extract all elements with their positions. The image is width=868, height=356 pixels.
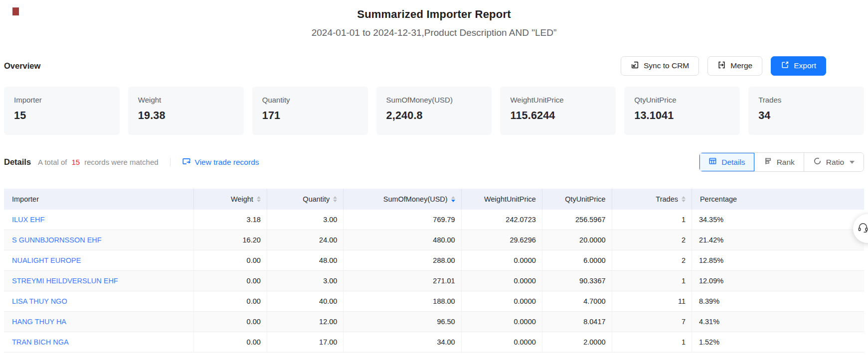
table-row: S GUNNBJORNSSON EHF16.2024.00480.0029.62…	[4, 230, 864, 250]
table-header-row: Importer Weight Quantity SumOfMoney(USD)…	[4, 189, 864, 210]
sync-to-crm-icon	[631, 61, 639, 71]
export-label: Export	[794, 61, 816, 70]
column-label: Quantity	[303, 195, 330, 203]
column-header-weightunitprice: WeightUnitPrice	[462, 189, 542, 210]
overview-stat-cards: Importer 15 Weight 19.38 Quantity 171 Su…	[4, 87, 864, 135]
table-row: HANG THUY HA0.0012.0096.500.00008.041774…	[4, 312, 864, 332]
stat-card-weightunitprice: WeightUnitPrice 115.6244	[500, 87, 616, 135]
table-cell: 90.3367	[542, 271, 612, 291]
details-heading: Details	[4, 157, 31, 167]
importer-link[interactable]: LISA THUY NGO	[12, 297, 67, 305]
stat-card-importer: Importer 15	[4, 87, 120, 135]
table-cell: 34.00	[344, 332, 461, 352]
column-label: Importer	[12, 195, 39, 203]
stat-value: 19.38	[138, 110, 234, 122]
stat-label: Trades	[758, 96, 854, 104]
table-cell: 188.00	[344, 291, 461, 311]
sort-icon-active-desc[interactable]	[451, 196, 455, 202]
table-cell: 34.35%	[692, 210, 864, 230]
view-trade-records-link[interactable]: View trade records	[182, 157, 259, 168]
view-trade-records-label: View trade records	[195, 158, 259, 167]
column-label: Weight	[231, 195, 253, 203]
view-trade-records-icon	[182, 157, 191, 168]
importer-link[interactable]: STREYMI HEILDVERSLUN EHF	[12, 277, 118, 285]
importer-cell: LISA THUY NGO	[4, 291, 194, 311]
importer-cell: S GUNNBJORNSSON EHF	[4, 230, 194, 250]
importer-cell: HANG THUY HA	[4, 312, 194, 332]
importer-link[interactable]: ILUX EHF	[12, 216, 44, 224]
column-label: Trades	[656, 195, 678, 203]
table-cell: 256.5967	[542, 210, 612, 230]
table-cell: 12.09%	[692, 271, 864, 291]
merge-button[interactable]: Merge	[707, 56, 762, 76]
export-icon	[781, 61, 789, 71]
table-cell: 21.42%	[692, 230, 864, 250]
table-cell: 17.00	[267, 332, 344, 352]
table-cell: 3.18	[194, 210, 267, 230]
tab-ratio[interactable]: Ratio	[804, 153, 864, 171]
importer-link[interactable]: S GUNNBJORNSSON EHF	[12, 236, 102, 244]
table-grid-icon	[708, 157, 717, 167]
column-header-percentage: Percentage	[692, 189, 864, 210]
table-cell: 3.00	[267, 271, 344, 291]
column-header-quantity[interactable]: Quantity	[267, 189, 344, 210]
table-cell: 0.0000	[462, 291, 542, 311]
stat-value: 15	[14, 110, 110, 122]
table-cell: 288.00	[344, 250, 461, 270]
importer-link[interactable]: TRAN BICH NGA	[12, 338, 69, 346]
table-cell: 1	[612, 210, 692, 230]
table-cell: 480.00	[344, 230, 461, 250]
merge-label: Merge	[730, 61, 752, 70]
headset-icon	[857, 222, 868, 236]
table-row: STREYMI HEILDVERSLUN EHF0.003.00271.010.…	[4, 271, 864, 291]
stat-card-trades: Trades 34	[748, 87, 864, 135]
corner-red-badge	[12, 7, 19, 15]
sort-icon[interactable]	[333, 196, 337, 202]
table-cell: 24.00	[267, 230, 344, 250]
sync-to-crm-button[interactable]: Sync to CRM	[621, 56, 699, 76]
table-cell: 242.0723	[462, 210, 542, 230]
importer-link[interactable]: NUALIGHT EUROPE	[12, 256, 81, 264]
table-cell: 40.00	[267, 291, 344, 311]
tab-details[interactable]: Details	[699, 153, 754, 171]
table-cell: 0.0000	[462, 332, 542, 352]
export-button[interactable]: Export	[771, 56, 826, 76]
table-cell: 0.00	[194, 250, 267, 270]
page-subtitle: 2024-01-01 to 2024-12-31,Product Descrip…	[0, 27, 868, 38]
stat-value: 2,240.8	[386, 110, 482, 122]
column-header-trades[interactable]: Trades	[612, 189, 692, 210]
column-header-weight[interactable]: Weight	[194, 189, 267, 210]
stat-label: QtyUnitPrice	[634, 96, 730, 104]
stat-card-qtyunitprice: QtyUnitPrice 13.1041	[624, 87, 740, 135]
page-title: Summarized Importer Report	[0, 8, 868, 21]
stat-label: WeightUnitPrice	[510, 96, 606, 104]
stat-card-quantity: Quantity 171	[252, 87, 368, 135]
table-cell: 12.00	[267, 312, 344, 332]
sort-icon[interactable]	[257, 196, 261, 202]
importer-cell: STREYMI HEILDVERSLUN EHF	[4, 271, 194, 291]
column-header-importer: Importer	[4, 189, 194, 210]
table-cell: 7	[612, 312, 692, 332]
table-cell: 0.00	[194, 291, 267, 311]
table-cell: 1	[612, 271, 692, 291]
importer-cell: TRAN BICH NGA	[4, 332, 194, 352]
table-cell: 6.0000	[542, 250, 612, 270]
importer-link[interactable]: HANG THUY HA	[12, 318, 66, 326]
stat-value: 171	[262, 110, 358, 122]
column-header-sumofmoney[interactable]: SumOfMoney(USD)	[344, 189, 461, 210]
sort-icon[interactable]	[682, 196, 686, 202]
toolbar-actions: Sync to CRM Merge Export	[621, 56, 826, 76]
tab-rank[interactable]: Rank	[754, 153, 804, 171]
table-cell: 4.31%	[692, 312, 864, 332]
table-row: LISA THUY NGO0.0040.00188.000.00004.7000…	[4, 291, 864, 312]
table-row: ILUX EHF3.183.00769.79242.0723256.596713…	[4, 210, 864, 230]
merge-icon	[717, 61, 726, 71]
table-cell: 29.6296	[462, 230, 542, 250]
table-cell: 12.85%	[692, 250, 864, 270]
table-cell: 1.52%	[692, 332, 864, 352]
table-cell: 2.0000	[542, 332, 612, 352]
table-body: ILUX EHF3.183.00769.79242.0723256.596713…	[4, 210, 864, 353]
table-cell: 0.0000	[462, 271, 542, 291]
importer-table: Importer Weight Quantity SumOfMoney(USD)…	[4, 189, 864, 353]
table-cell: 0.00	[194, 271, 267, 291]
